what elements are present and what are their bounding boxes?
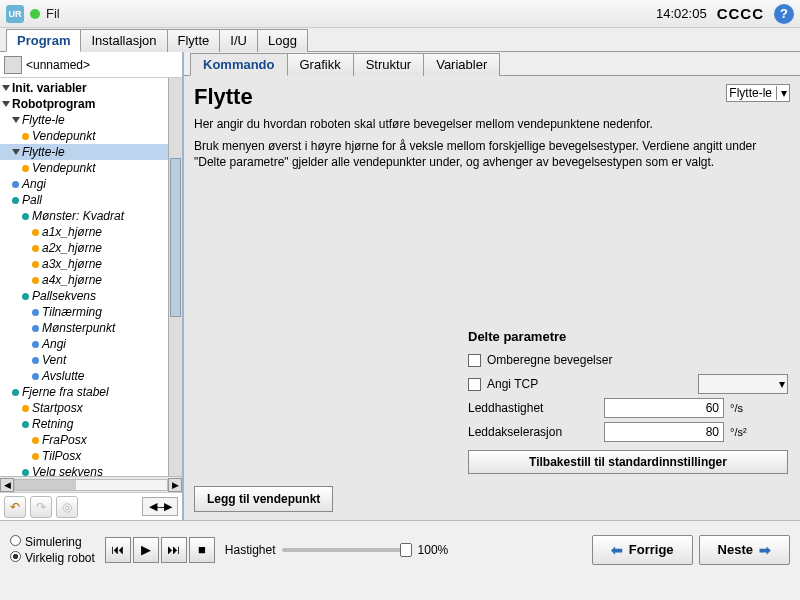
- left-pane: <unnamed> Init. variablerRobotprogramFly…: [0, 52, 184, 520]
- tree-node[interactable]: Startposx: [0, 400, 182, 416]
- speed-value: 100%: [418, 543, 449, 557]
- settcp-checkbox[interactable]: [468, 378, 481, 391]
- jointacc-label: Leddakselerasjon: [468, 425, 598, 439]
- forward-button[interactable]: ⏭: [161, 537, 187, 563]
- speed-slider[interactable]: [282, 548, 412, 552]
- tree-node[interactable]: Angi: [0, 176, 182, 192]
- speed-label: Hastighet: [225, 543, 276, 557]
- tree-node[interactable]: Flytte-le: [0, 112, 182, 128]
- tree-node[interactable]: Angi: [0, 336, 182, 352]
- program-tree[interactable]: Init. variablerRobotprogramFlytte-leVend…: [0, 78, 182, 476]
- arrow-right-icon: ➡: [759, 542, 771, 558]
- tree-node[interactable]: Fjerne fra stabel: [0, 384, 182, 400]
- tree-node[interactable]: Robotprogram: [0, 96, 182, 112]
- disk-icon[interactable]: [4, 56, 22, 74]
- panel-desc2: Bruk menyen øverst i høyre hjørne for å …: [194, 138, 790, 170]
- real-radio[interactable]: Virkelig robot: [10, 551, 95, 565]
- prev-button[interactable]: ⬅Forrige: [592, 535, 693, 565]
- move-arrows[interactable]: ◀---▶: [142, 497, 178, 516]
- tab-io[interactable]: I/U: [219, 29, 258, 52]
- tab-installation[interactable]: Installasjon: [80, 29, 167, 52]
- rewind-button[interactable]: ⏮: [105, 537, 131, 563]
- tab-move[interactable]: Flytte: [167, 29, 221, 52]
- subtab-command[interactable]: Kommando: [190, 53, 288, 76]
- tree-node[interactable]: Vendepunkt: [0, 160, 182, 176]
- arrow-left-icon: ⬅: [611, 542, 623, 558]
- subtab-graphics[interactable]: Grafikk: [287, 53, 354, 76]
- redo-button[interactable]: ↷: [30, 496, 52, 518]
- logo: UR: [6, 5, 24, 23]
- chevron-down-icon: ▾: [776, 86, 787, 100]
- jointacc-unit: °/s²: [730, 426, 756, 438]
- help-icon[interactable]: ?: [774, 4, 794, 24]
- tree-node[interactable]: Vendepunkt: [0, 128, 182, 144]
- tree-nav: ↶ ↷ ◎ ◀---▶: [0, 492, 182, 520]
- tree-node[interactable]: Vent: [0, 352, 182, 368]
- recalc-label: Omberegne bevegelser: [487, 353, 612, 367]
- topbar: UR Fil 14:02:05 CCCC ?: [0, 0, 800, 28]
- panel-title: Flytte: [194, 84, 790, 110]
- right-pane: Kommando Grafikk Struktur Variabler Flyt…: [184, 52, 800, 520]
- main-tabs: Program Installasjon Flytte I/U Logg: [0, 28, 800, 52]
- tree-node[interactable]: Init. variabler: [0, 80, 182, 96]
- tree-node[interactable]: a2x_hjørne: [0, 240, 182, 256]
- tree-node[interactable]: Velg sekvens: [0, 464, 182, 476]
- tree-node[interactable]: Avslutte: [0, 368, 182, 384]
- next-button[interactable]: Neste➡: [699, 535, 790, 565]
- cccc-label: CCCC: [717, 5, 764, 22]
- undo-button[interactable]: ↶: [4, 496, 26, 518]
- jointspeed-input[interactable]: [604, 398, 724, 418]
- tree-hscroll[interactable]: ◀▶: [0, 476, 182, 492]
- filename: <unnamed>: [26, 58, 90, 72]
- stop-button[interactable]: ■: [189, 537, 215, 563]
- tree-node[interactable]: Mønsterpunkt: [0, 320, 182, 336]
- shared-params: Delte parametre Omberegne bevegelser Ang…: [468, 329, 788, 474]
- tree-node[interactable]: Pallsekvens: [0, 288, 182, 304]
- tree-node[interactable]: a3x_hjørne: [0, 256, 182, 272]
- reset-button[interactable]: Tilbakestill til standardinnstillinger: [468, 450, 788, 474]
- panel-desc1: Her angir du hvordan roboten skal utføre…: [194, 116, 790, 132]
- tree-node[interactable]: a1x_hjørne: [0, 224, 182, 240]
- jointspeed-unit: °/s: [730, 402, 756, 414]
- move-type-select[interactable]: Flytte-le▾: [726, 84, 790, 102]
- play-controls: ⏮ ▶ ⏭ ■: [105, 537, 215, 563]
- tree-node[interactable]: FraPosx: [0, 432, 182, 448]
- nav-button[interactable]: ◎: [56, 496, 78, 518]
- clock: 14:02:05: [656, 6, 707, 21]
- tree-vscroll[interactable]: [168, 78, 182, 476]
- jointspeed-label: Leddhastighet: [468, 401, 598, 415]
- bottom-bar: Simulering Virkelig robot ⏮ ▶ ⏭ ■ Hastig…: [0, 520, 800, 578]
- tree-node[interactable]: a4x_hjørne: [0, 272, 182, 288]
- tree-node[interactable]: Tilnærming: [0, 304, 182, 320]
- sim-radio[interactable]: Simulering: [10, 535, 95, 549]
- tree-node[interactable]: Mønster: Kvadrat: [0, 208, 182, 224]
- tree-node[interactable]: Flytte-le: [0, 144, 182, 160]
- subtab-structure[interactable]: Struktur: [353, 53, 425, 76]
- subtab-variables[interactable]: Variabler: [423, 53, 500, 76]
- tree-node[interactable]: TilPosx: [0, 448, 182, 464]
- shared-title: Delte parametre: [468, 329, 788, 344]
- tree-node[interactable]: Retning: [0, 416, 182, 432]
- file-menu[interactable]: Fil: [46, 6, 60, 21]
- jointacc-input[interactable]: [604, 422, 724, 442]
- tab-log[interactable]: Logg: [257, 29, 308, 52]
- tree-node[interactable]: Pall: [0, 192, 182, 208]
- status-dot: [30, 9, 40, 19]
- add-waypoint-button[interactable]: Legg til vendepunkt: [194, 486, 333, 512]
- recalc-checkbox[interactable]: [468, 354, 481, 367]
- file-bar: <unnamed>: [0, 52, 182, 78]
- tcp-select[interactable]: ▾: [698, 374, 788, 394]
- sub-tabs: Kommando Grafikk Struktur Variabler: [184, 52, 800, 76]
- play-button[interactable]: ▶: [133, 537, 159, 563]
- command-panel: Flytte-le▾ Flytte Her angir du hvordan r…: [184, 76, 800, 520]
- settcp-label: Angi TCP: [487, 377, 692, 391]
- tab-program[interactable]: Program: [6, 29, 81, 52]
